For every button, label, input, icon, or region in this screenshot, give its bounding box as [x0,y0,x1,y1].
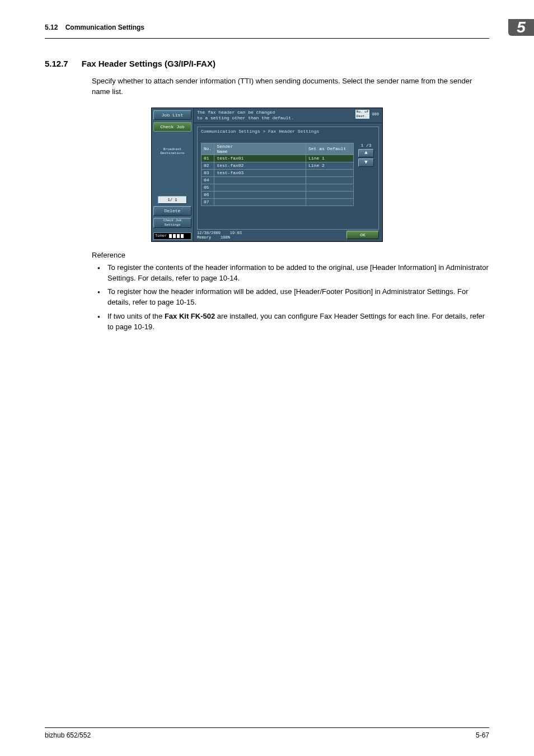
dest-count-value: 000 [372,112,379,116]
reference-item: If two units of the Fax Kit FK-502 are i… [92,311,489,333]
ok-button[interactable]: OK [346,231,379,239]
table-row[interactable]: 02 test-fax02 Line 2 [202,162,354,169]
job-list-button[interactable]: Job List [153,110,191,120]
device-screenshot: Job List Check Job Broadcast Destination… [151,108,383,242]
top-line1: The fax header can be changed [197,110,294,115]
table-row[interactable]: 01 test-fax01 Line 1 [202,155,354,162]
reference-heading: Reference [92,251,489,259]
table-row[interactable]: 07 [202,198,354,206]
device-left-panel: Job List Check Job Broadcast Destination… [152,108,194,241]
col-no: No. [202,143,214,155]
reference-item: To register how the header information w… [92,287,489,308]
table-row[interactable]: 03 test-fax03 [202,169,354,176]
intro-paragraph: Specify whether to attach sender informa… [92,76,489,97]
table-page-indicator: 1 /3 [360,143,371,148]
status-memory-value: 100% [221,235,230,240]
top-line2: to a setting other than the default. [197,115,294,121]
table-row[interactable]: 06 [202,191,354,198]
broadcast-label: Broadcast Destinations [160,147,184,155]
page-footer: bizhub 652/552 5-67 [45,727,489,739]
toner-label: Toner [155,234,167,238]
status-memory-label: Memory [197,235,211,240]
check-job-settings-button[interactable]: Check Job Settings [153,218,191,228]
page-up-button[interactable]: ▲ [358,149,374,157]
device-status-bar: 12/30/2009 19:03 Memory 100% OK [194,230,382,241]
footer-model: bizhub 652/552 [45,731,91,739]
header-section-ref: 5.12 [45,24,58,31]
toner-indicator: Toner [153,232,191,240]
dest-count-label: No. of Dest. [355,110,370,119]
footer-page: 5-67 [476,731,489,739]
device-top-bar: The fax header can be changed to a setti… [194,108,382,123]
section-number: 5.12.7 [45,59,68,68]
page-indicator: 1/ 1 [158,196,187,204]
device-right-panel: The fax header can be changed to a setti… [194,108,382,241]
chapter-number: 5 [508,19,534,36]
status-date: 12/30/2009 [197,231,221,235]
page-down-button[interactable]: ▼ [358,158,374,167]
delete-button[interactable]: Delete [153,206,191,216]
section-heading: 5.12.7 Fax Header Settings (G3/IP/I-FAX) [45,59,489,68]
check-job-button[interactable]: Check Job [153,122,191,132]
section-title: Fax Header Settings (G3/IP/I-FAX) [82,59,216,68]
header-section-title: Communication Settings [65,24,144,31]
reference-list: To register the contents of the header i… [92,263,489,333]
status-time: 19:03 [230,231,242,235]
breadcrumb: Communication Settings > Fax Header Sett… [201,129,375,134]
col-name: Sender Name [214,143,306,155]
sender-table: No. Sender Name Set as Default 01 test-f… [201,143,354,206]
table-row[interactable]: 04 [202,176,354,184]
col-default: Set as Default [306,143,354,155]
page-header: 5.12 Communication Settings 5 [45,19,489,39]
reference-item: To register the contents of the header i… [92,263,489,284]
device-content-frame: Communication Settings > Fax Header Sett… [197,127,379,230]
table-row[interactable]: 05 [202,184,354,191]
